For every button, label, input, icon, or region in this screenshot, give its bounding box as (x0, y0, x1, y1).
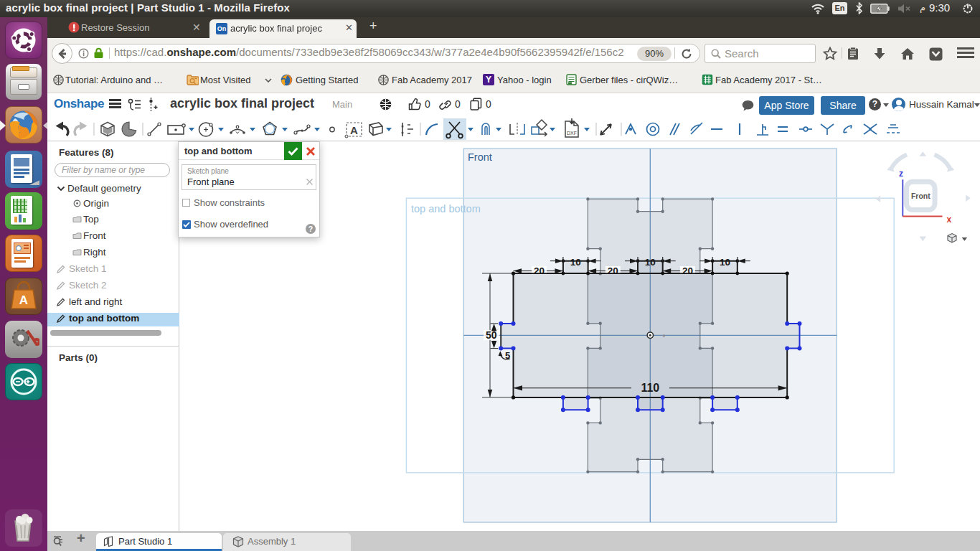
svg-text:DXF: DXF (567, 131, 577, 136)
svg-text:Front: Front (468, 151, 492, 163)
svg-text:10: 10 (645, 257, 656, 268)
svg-text:z: z (899, 169, 903, 179)
svg-text:A: A (350, 124, 358, 136)
svg-text:10: 10 (720, 257, 730, 268)
svg-text:110: 110 (641, 382, 659, 394)
svg-text:20: 20 (682, 265, 693, 276)
svg-text:x: x (947, 215, 952, 225)
svg-text:20: 20 (534, 265, 545, 276)
svg-text:10: 10 (570, 257, 581, 268)
svg-text:50: 50 (486, 329, 497, 341)
svg-text:top and bottom: top and bottom (411, 203, 481, 215)
svg-text:20: 20 (608, 265, 618, 276)
svg-text:A: A (19, 293, 28, 307)
svg-text:Front: Front (911, 192, 930, 200)
